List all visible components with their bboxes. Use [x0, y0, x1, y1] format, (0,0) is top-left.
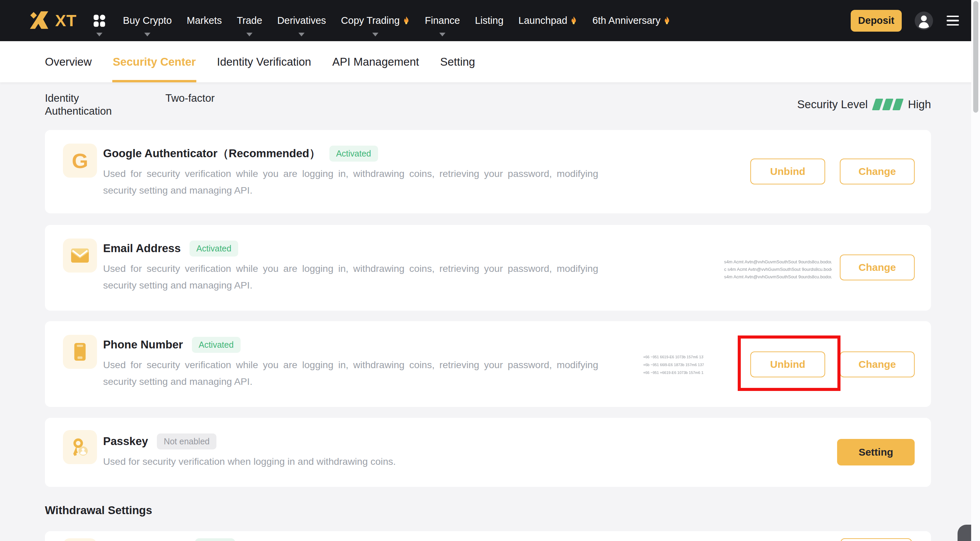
section-header: Identity AuthenticationTwo-factor Securi… [45, 92, 931, 118]
tab-setting[interactable]: Setting [440, 41, 475, 82]
account-avatar-icon[interactable] [915, 11, 933, 30]
email-address-title: Email Address [103, 242, 181, 255]
withdrawal-card-icon [63, 538, 97, 541]
nav-item-trade[interactable]: Trade [237, 0, 262, 41]
google-authenticator-change-button[interactable]: Change [840, 159, 915, 185]
passkey-title: Passkey [103, 435, 148, 448]
flame-icon [570, 16, 578, 25]
hamburger-menu-icon[interactable] [946, 14, 959, 28]
phone-number-unbind-button[interactable]: Unbind [750, 352, 825, 377]
xt-logo-text: XT [55, 11, 76, 30]
google-authenticator-icon: G [63, 143, 97, 178]
passkey-icon [63, 430, 97, 464]
top-navigation-bar: XT Buy CryptoMarketsTradeDerivativesCopy… [0, 0, 980, 41]
phone-number-title: Phone Number [103, 338, 183, 351]
chevron-down-icon [439, 33, 445, 37]
chevron-down-icon [298, 33, 305, 37]
nav-item-launchpad[interactable]: Launchpad [519, 0, 578, 41]
flame-icon [663, 16, 671, 25]
nav-item-label: Trade [237, 15, 262, 26]
security-level-value: High [908, 98, 931, 111]
status-badge: Not enabled [157, 433, 216, 449]
status-badge-partial [195, 538, 235, 541]
filter-two-factor[interactable]: Two-factor [165, 92, 215, 118]
email-address-description: Used for security verification while you… [103, 260, 598, 294]
withdrawal-card-partial [45, 531, 931, 541]
chevron-down-icon [144, 33, 150, 37]
passkey-description: Used for security verification when logg… [103, 453, 396, 470]
passkey-content: PasskeyNot enabledUsed for security veri… [103, 433, 396, 470]
auth-filters: Identity AuthenticationTwo-factor [45, 92, 215, 118]
phone-number-content: Phone NumberActivatedUsed for security v… [103, 336, 598, 390]
google-authenticator-unbind-button[interactable]: Unbind [750, 159, 825, 185]
nav-item-finance[interactable]: Finance [425, 0, 460, 41]
card-passkey: PasskeyNot enabledUsed for security veri… [45, 418, 931, 487]
nav-item-markets[interactable]: Markets [187, 0, 222, 41]
withdrawal-card-button-partial[interactable] [840, 538, 912, 541]
scrollbar-thumb[interactable] [973, 1, 978, 113]
nav-item-label: Copy Trading [341, 15, 400, 26]
card-google-authenticator: GGoogle Authenticator（Recommended）Activa… [45, 130, 931, 213]
passkey-setting-button[interactable]: Setting [837, 439, 915, 465]
card-email-address: Email AddressActivatedUsed for security … [45, 225, 931, 311]
xt-logo-icon [30, 11, 49, 30]
nav-item-label: Buy Crypto [123, 15, 172, 26]
status-badge: Activated [329, 146, 378, 162]
nav-item-6th-anniversary[interactable]: 6th Anniversary [592, 0, 671, 41]
account-tabs-bar: OverviewSecurity CenterIdentity Verifica… [0, 41, 980, 82]
card-phone-number: Phone NumberActivatedUsed for security v… [45, 321, 931, 407]
tab-overview[interactable]: Overview [45, 41, 92, 82]
nav-item-derivatives[interactable]: Derivatives [277, 0, 326, 41]
chevron-down-icon [247, 33, 253, 37]
security-level: Security Level High [797, 98, 931, 111]
nav-right-controls: Deposit [851, 10, 959, 32]
chevron-down-icon [96, 33, 102, 37]
nav-item-label: Markets [187, 15, 222, 26]
tab-identity-verification[interactable]: Identity Verification [217, 41, 311, 82]
google-authenticator-title: Google Authenticator（Recommended） [103, 146, 321, 161]
nav-item-label: Launchpad [519, 15, 568, 26]
apps-grid-icon[interactable] [92, 0, 107, 41]
security-level-bars-icon [874, 99, 902, 110]
google-authenticator-content: Google Authenticator（Recommended）Activat… [103, 145, 598, 199]
phone-number-change-button[interactable]: Change [840, 352, 915, 377]
flame-icon [402, 16, 410, 25]
nav-item-copy-trading[interactable]: Copy Trading [341, 0, 410, 41]
phone-icon [63, 335, 97, 369]
withdrawal-settings-heading: Withdrawal Settings [45, 504, 931, 517]
nav-item-label: Listing [475, 15, 504, 26]
tab-api-management[interactable]: API Management [332, 41, 419, 82]
phone-number-description: Used for security verification while you… [103, 356, 598, 390]
phone-number-masked-value: +66 ~951 6619-E6 1073b 157m6 137mm167mm5… [643, 353, 704, 377]
xt-logo[interactable]: XT [30, 11, 76, 30]
main-nav: Buy CryptoMarketsTradeDerivativesCopy Tr… [123, 0, 851, 41]
tab-security-center[interactable]: Security Center [113, 41, 196, 82]
google-authenticator-description: Used for security verification while you… [103, 165, 598, 199]
email-address-masked-value: s4m Acmt Avtn@vvhGuvmSouthSout 9ourds8cu… [724, 258, 832, 281]
email-icon [63, 239, 97, 272]
chevron-down-icon [372, 33, 379, 37]
security-center-content: Identity AuthenticationTwo-factor Securi… [0, 82, 980, 541]
email-address-content: Email AddressActivatedUsed for security … [103, 240, 598, 294]
nav-item-label: Finance [425, 15, 460, 26]
deposit-button[interactable]: Deposit [851, 10, 902, 32]
security-cards: GGoogle Authenticator（Recommended）Activa… [45, 130, 931, 487]
status-badge: Activated [189, 240, 238, 256]
filter-identity-authentication[interactable]: Identity Authentication [45, 92, 121, 118]
nav-item-label: 6th Anniversary [592, 15, 660, 26]
security-level-label: Security Level [797, 98, 868, 111]
status-badge: Activated [192, 337, 240, 353]
nav-item-label: Derivatives [277, 15, 326, 26]
nav-item-listing[interactable]: Listing [475, 0, 504, 41]
email-address-change-button[interactable]: Change [840, 255, 915, 280]
nav-item-buy-crypto[interactable]: Buy Crypto [123, 0, 172, 41]
